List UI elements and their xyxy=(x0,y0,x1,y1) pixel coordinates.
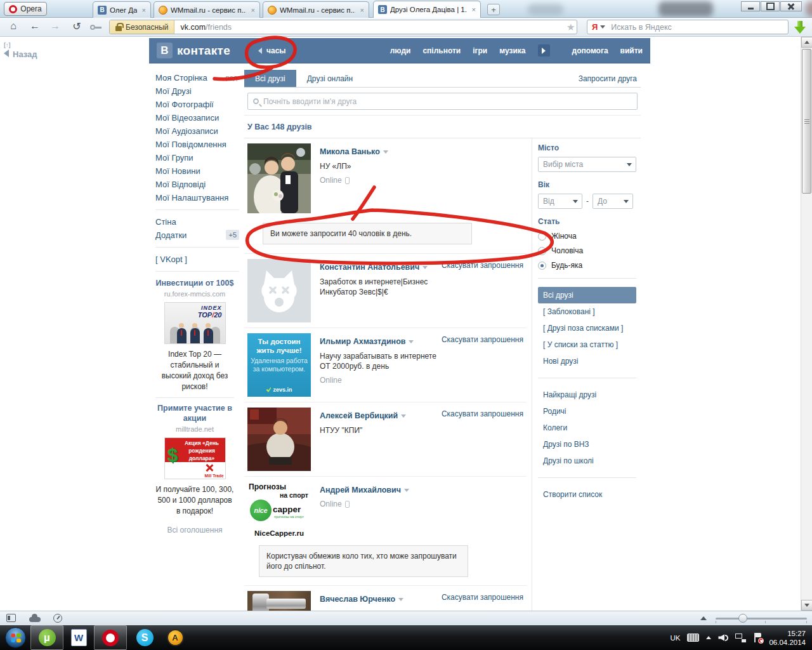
tab-vk-friends-active[interactable]: В Друзі Олега Даціва | 1... × xyxy=(373,1,481,18)
language-indicator[interactable]: UK xyxy=(670,634,680,642)
age-to-select[interactable]: До xyxy=(593,194,633,209)
nav-logout[interactable]: вийти xyxy=(620,46,643,55)
cancel-request-link[interactable]: Скасувати запрошення xyxy=(442,261,523,270)
sidebar-item-my-groups[interactable]: Мої Групи xyxy=(155,151,239,164)
avatar-zevs-ad[interactable]: Ты достоин жить лучше! Удаленная работа … xyxy=(247,333,311,397)
friend-name-link[interactable]: Ильмир Ахмазтдинов xyxy=(320,337,414,346)
all-ads-link[interactable]: Всі оголошення xyxy=(155,526,234,534)
list-blocked[interactable]: [ Заблоковані ] xyxy=(538,303,636,320)
start-button[interactable] xyxy=(5,627,26,648)
chevron-down-icon[interactable] xyxy=(398,598,403,601)
nav-more-button[interactable] xyxy=(538,44,550,56)
reload-icon[interactable]: ↺ xyxy=(70,20,84,32)
taskbar-opera[interactable] xyxy=(94,625,127,650)
chevron-down-icon[interactable] xyxy=(409,340,414,343)
clock[interactable]: 15:27 06.04.2014 xyxy=(769,629,809,647)
chevron-down-icon[interactable] xyxy=(600,25,605,29)
nav-help[interactable]: допомога xyxy=(572,46,608,55)
taskbar-aimp[interactable]: A xyxy=(161,625,189,650)
tab-wmmail-1[interactable]: WMmail.ru - сервис п... × xyxy=(154,1,260,18)
nav-communities[interactable]: спільноти xyxy=(422,46,461,55)
friend-name-link[interactable]: Алексей Вербицкий xyxy=(320,411,406,420)
nav-games[interactable]: ігри xyxy=(473,46,487,55)
vk-logo-icon[interactable]: В xyxy=(157,43,173,58)
close-tab-icon[interactable]: × xyxy=(472,6,476,13)
avatar-placeholder-dog[interactable] xyxy=(247,259,311,322)
sidebar-item-apps[interactable]: +5Додатки xyxy=(155,229,239,242)
friend-name-link[interactable]: Константин Анатольевич xyxy=(320,263,428,272)
sidebar-item-my-audio[interactable]: Мої Аудіозаписи xyxy=(155,124,239,138)
download-arrow-icon[interactable] xyxy=(794,21,806,34)
avatar-wedding-photo[interactable] xyxy=(247,143,311,213)
gender-option-female[interactable]: Жіноча xyxy=(538,232,636,241)
city-select[interactable]: Вибір міста xyxy=(538,157,636,172)
opera-menu-button[interactable]: Opera xyxy=(4,2,47,16)
radio-icon[interactable] xyxy=(538,232,546,241)
taskbar-word[interactable]: W xyxy=(65,625,93,650)
tray-expand-icon[interactable] xyxy=(706,636,711,639)
ad-title-forex[interactable]: Инвестиции от 100$ xyxy=(155,278,234,288)
turbo-cloud-icon[interactable] xyxy=(29,617,41,622)
close-tab-icon[interactable]: × xyxy=(142,6,146,14)
close-tab-icon[interactable]: × xyxy=(360,6,364,14)
chevron-down-icon[interactable] xyxy=(404,489,409,492)
gender-option-any[interactable]: Будь-яка xyxy=(538,261,636,270)
sidebar-item-my-news[interactable]: Мої Новини xyxy=(155,164,239,178)
scroll-down-button[interactable] xyxy=(801,600,812,611)
sidebar-item-my-photos[interactable]: Мої Фотографії xyxy=(155,98,239,111)
list-school-friends[interactable]: Друзі по школі xyxy=(538,453,636,469)
sidebar-item-wall[interactable]: Стіна xyxy=(155,215,239,229)
close-button[interactable] xyxy=(780,1,802,11)
list-all-friends[interactable]: Всі друзі xyxy=(538,287,636,303)
scrollbar-thumb[interactable] xyxy=(802,49,811,194)
list-outside-lists[interactable]: [ Друзі поза списками ] xyxy=(538,320,636,336)
vk-logo-text[interactable]: контакте xyxy=(177,44,230,58)
sidebar-item-my-replies[interactable]: Мої Відповіді xyxy=(155,178,239,191)
maximize-button[interactable] xyxy=(761,1,780,11)
list-new-friends[interactable]: Нові друзі xyxy=(538,353,636,369)
gender-option-male[interactable]: Чоловіча xyxy=(538,246,636,255)
yandex-search-box[interactable]: Я Искать в Яндекс xyxy=(587,20,789,34)
home-icon[interactable]: ⌂ xyxy=(6,20,20,32)
ad-title-milltrade[interactable]: Примите участие в акции xyxy=(155,403,234,423)
edit-label[interactable]: ред. xyxy=(226,71,239,84)
sidebar-item-my-messages[interactable]: Мої Повідомлення xyxy=(155,138,239,151)
friend-name-link[interactable]: Вячеслав Юрченко xyxy=(320,595,403,604)
vertical-scrollbar[interactable] xyxy=(801,37,812,611)
friend-name-link[interactable]: Микола Ванько xyxy=(320,147,388,156)
chevron-down-icon[interactable] xyxy=(422,266,428,269)
vkopt-back-nav[interactable]: [↑] Назад xyxy=(4,42,37,59)
list-by-article[interactable]: [ У списки за статтю ] xyxy=(538,336,636,353)
action-center-flag-icon[interactable] xyxy=(753,633,762,642)
vkopt-scroll-top-icon[interactable]: [↑] xyxy=(4,42,37,48)
list-university-friends[interactable]: Друзі по ВНЗ xyxy=(538,436,636,453)
taskbar-utorrent[interactable]: µ xyxy=(30,625,63,650)
zoom-slider[interactable] xyxy=(716,618,807,620)
sidebar-item-vkopt[interactable]: [ VKopt ] xyxy=(155,253,239,266)
zoom-menu-icon[interactable] xyxy=(700,616,707,620)
panels-icon[interactable] xyxy=(6,614,16,622)
friends-search-box[interactable] xyxy=(247,93,638,110)
sidebar-item-my-friends[interactable]: Мої Друзі xyxy=(155,84,239,98)
wand-key-icon[interactable] xyxy=(90,25,102,30)
avatar-dumbbell-photo[interactable] xyxy=(247,591,311,611)
scroll-up-button[interactable] xyxy=(801,37,812,48)
list-relatives[interactable]: Родичі xyxy=(538,403,636,420)
ad-image-milltrade[interactable]: Акция «День рождения доллара» $ Mill Tra… xyxy=(164,437,226,479)
close-tab-icon[interactable]: × xyxy=(251,6,255,14)
minimize-button[interactable] xyxy=(741,1,760,11)
avatar-couch-photo[interactable] xyxy=(247,408,311,471)
avatar-nicecapper-block[interactable]: Прогнозы на спорт nice capper прогнозы н… xyxy=(247,482,311,537)
chevron-down-icon[interactable] xyxy=(383,150,388,154)
cancel-request-link[interactable]: Скасувати запрошення xyxy=(442,335,523,344)
chevron-down-icon[interactable] xyxy=(401,415,406,418)
forward-icon[interactable]: → xyxy=(48,20,62,32)
friends-search-input[interactable] xyxy=(263,97,632,106)
age-from-select[interactable]: Від xyxy=(538,194,582,209)
radio-icon[interactable] xyxy=(538,247,546,255)
sidebar-item-my-videos[interactable]: Мої Відеозаписи xyxy=(155,111,239,124)
list-best-friends[interactable]: Найкращі друзі xyxy=(538,387,636,403)
radio-selected-icon[interactable] xyxy=(538,262,546,270)
avatar-nicecapper[interactable]: Прогнозы на спорт nice capper прогнозы н… xyxy=(247,482,311,523)
back-icon[interactable]: ← xyxy=(28,20,42,32)
